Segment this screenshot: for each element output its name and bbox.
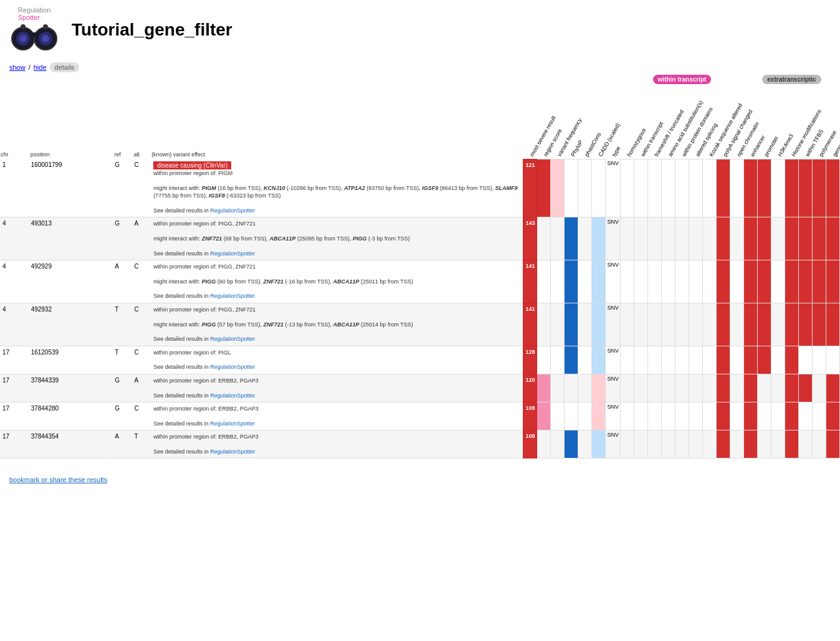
chr-cell: 17	[0, 402, 30, 430]
logo-reg-text: Regulation	[18, 6, 51, 14]
logo-spot-text: Spotter	[18, 14, 40, 21]
page-title: Tutorial_gene_filter	[72, 20, 232, 40]
score-kozak	[703, 374, 717, 402]
type-cell: SNV	[606, 159, 621, 217]
score-genomic-interaction	[826, 260, 840, 303]
score-enhancer	[744, 303, 758, 346]
show-link[interactable]: show	[9, 64, 26, 71]
effect-cell: disease causing (ClinVar) within promote…	[151, 159, 523, 217]
score-most-severe: 121	[523, 159, 537, 217]
score-within-transcript	[634, 430, 648, 458]
score-kozak	[703, 260, 717, 303]
bookmark-link[interactable]: bookmark or share these results	[9, 476, 107, 483]
score-protein-domains	[675, 217, 689, 260]
svg-point-8	[43, 24, 48, 29]
score-polymerase	[813, 346, 826, 374]
score-genomic-interaction	[826, 346, 840, 374]
logo-binoculars	[9, 21, 59, 54]
table-row: 4 492932 T C within promoter region of: …	[0, 303, 840, 346]
score-open-chromatin	[730, 217, 744, 260]
score-kozak	[703, 346, 717, 374]
table-row: 1 160001799 G C disease causing (ClinVar…	[0, 159, 840, 217]
type-cell: SNV	[606, 374, 621, 402]
score-phylop	[565, 260, 578, 303]
score-genomic-interaction	[826, 402, 840, 430]
score-splicing	[689, 303, 703, 346]
col-header-row: chr position ref alt (known) variant eff…	[0, 84, 840, 159]
score-within-tfbs	[799, 402, 813, 430]
score-polya	[717, 402, 730, 430]
score-polymerase	[813, 402, 826, 430]
alt-cell: C	[133, 159, 151, 217]
score-amino-acid	[662, 430, 675, 458]
score-region	[537, 260, 551, 303]
score-promoter	[758, 159, 771, 217]
regulationspotter-link[interactable]: RegulationSpotter	[210, 449, 255, 455]
score-h3k4me3	[771, 402, 785, 430]
score-phastcons	[578, 260, 592, 303]
regulationspotter-link[interactable]: RegulationSpotter	[210, 293, 255, 299]
fixed-header-spacer	[0, 75, 523, 84]
score-genomic-interaction	[826, 303, 840, 346]
svg-rect-6	[31, 32, 37, 37]
table-row: 4 493013 G A within promoter region of: …	[0, 217, 840, 260]
alt-cell: C	[133, 303, 151, 346]
score-promoter	[758, 260, 771, 303]
score-amino-acid	[662, 159, 675, 217]
score-enhancer	[744, 159, 758, 217]
chr-cell: 1	[0, 159, 30, 217]
score-amino-acid	[662, 260, 675, 303]
regulationspotter-link[interactable]: RegulationSpotter	[210, 420, 255, 427]
table-row: 17 37844354 A T within promoter region o…	[0, 430, 840, 458]
regulationspotter-link[interactable]: RegulationSpotter	[210, 392, 255, 399]
within-transcript-label: within transcript	[653, 75, 712, 84]
hide-link[interactable]: hide	[34, 64, 47, 71]
score-enhancer	[744, 217, 758, 260]
score-homozygous	[621, 346, 634, 374]
score-polymerase	[813, 217, 826, 260]
score-enhancer	[744, 260, 758, 303]
score-kozak	[703, 159, 717, 217]
score-open-chromatin	[730, 402, 744, 430]
score-open-chromatin	[730, 159, 744, 217]
regulationspotter-link[interactable]: RegulationSpotter	[210, 336, 255, 342]
score-within-tfbs	[799, 217, 813, 260]
score-promoter	[758, 217, 771, 260]
score-open-chromatin	[730, 260, 744, 303]
alt-cell: C	[133, 346, 151, 374]
col-most-severe: most severe result	[523, 84, 537, 159]
score-h3k4me3	[771, 303, 785, 346]
score-open-chromatin	[730, 430, 744, 458]
score-phastcons	[578, 430, 592, 458]
svg-point-5	[42, 35, 49, 42]
score-variant-freq	[551, 430, 565, 458]
score-h3k4me3	[771, 430, 785, 458]
effect-cell: within promoter region of: ERBB2, PGAP3 …	[151, 402, 523, 430]
score-polya	[717, 346, 730, 374]
regulationspotter-link[interactable]: RegulationSpotter	[210, 207, 255, 214]
score-homozygous	[621, 430, 634, 458]
score-within-transcript	[634, 217, 648, 260]
regulationspotter-link[interactable]: RegulationSpotter	[210, 364, 255, 370]
score-amino-acid	[662, 346, 675, 374]
score-frameshift	[648, 303, 662, 346]
extratranscriptic-label: extratranscriptic	[762, 75, 821, 84]
score-promoter	[758, 402, 771, 430]
table-row: 4 492929 A C within promoter region of: …	[0, 260, 840, 303]
score-phastcons	[578, 402, 592, 430]
score-histone	[785, 260, 799, 303]
col-ref: ref	[113, 84, 133, 159]
regulationspotter-link[interactable]: RegulationSpotter	[210, 250, 255, 257]
score-phylop	[565, 402, 578, 430]
score-within-transcript	[634, 303, 648, 346]
score-homozygous	[621, 303, 634, 346]
score-h3k4me3	[771, 159, 785, 217]
logo: Regulation Spotter	[9, 6, 59, 54]
score-within-tfbs	[799, 430, 813, 458]
score-protein-domains	[675, 346, 689, 374]
svg-point-7	[21, 24, 26, 29]
score-amino-acid	[662, 374, 675, 402]
score-genomic-interaction	[826, 159, 840, 217]
score-region	[537, 430, 551, 458]
score-homozygous	[621, 402, 634, 430]
